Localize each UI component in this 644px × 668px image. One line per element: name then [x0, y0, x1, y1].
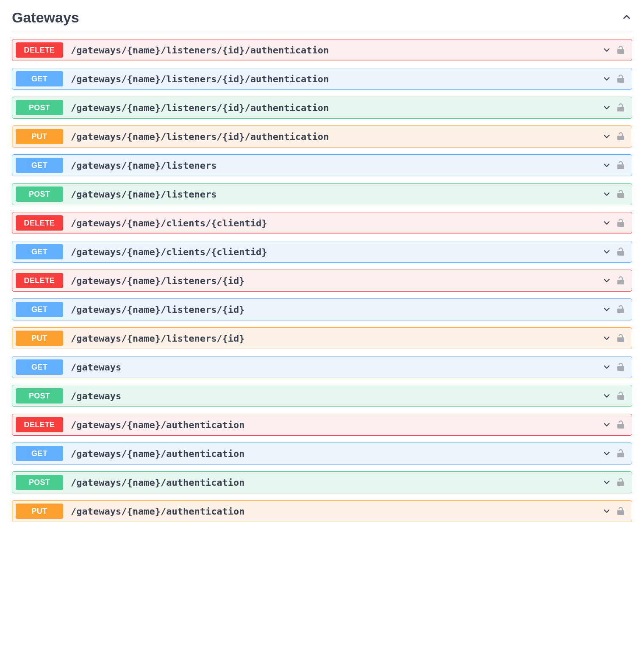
endpoint-row[interactable]: POST/gateways/{name}/listeners/{id}/auth…: [12, 97, 632, 119]
row-actions: [602, 506, 626, 516]
chevron-down-icon[interactable]: [602, 391, 611, 401]
endpoint-row[interactable]: POST/gateways/{name}/authentication: [12, 471, 632, 493]
method-badge: DELETE: [16, 215, 63, 231]
row-actions: [602, 189, 626, 199]
chevron-down-icon[interactable]: [602, 276, 611, 285]
lock-open-icon[interactable]: [616, 333, 626, 343]
chevron-down-icon[interactable]: [602, 247, 611, 256]
method-badge: GET: [16, 359, 63, 375]
method-badge: PUT: [16, 331, 63, 346]
endpoint-path: /gateways/{name}/listeners/{id}: [71, 333, 602, 344]
method-badge: GET: [16, 158, 63, 173]
row-actions: [602, 477, 626, 487]
lock-open-icon[interactable]: [616, 506, 626, 516]
endpoint-row[interactable]: POST/gateways/{name}/listeners: [12, 183, 632, 205]
endpoint-row[interactable]: PUT/gateways/{name}/authentication: [12, 500, 632, 522]
lock-open-icon[interactable]: [616, 218, 626, 228]
lock-open-icon[interactable]: [616, 276, 626, 286]
method-badge: DELETE: [16, 42, 63, 58]
method-badge: GET: [16, 244, 63, 259]
endpoint-path: /gateways/{name}/clients/{clientid}: [71, 218, 602, 228]
endpoint-path: /gateways/{name}/authentication: [71, 420, 602, 430]
lock-open-icon[interactable]: [616, 74, 626, 84]
lock-open-icon[interactable]: [616, 448, 626, 459]
row-actions: [602, 391, 626, 401]
endpoint-path: /gateways: [71, 391, 602, 401]
endpoint-row[interactable]: PUT/gateways/{name}/listeners/{id}: [12, 327, 632, 349]
endpoint-list: DELETE/gateways/{name}/listeners/{id}/au…: [12, 39, 632, 522]
method-badge: DELETE: [16, 273, 63, 288]
endpoint-path: /gateways/{name}/authentication: [71, 506, 602, 517]
method-badge: GET: [16, 302, 63, 317]
section-title: Gateways: [12, 9, 79, 26]
endpoint-row[interactable]: GET/gateways/{name}/clients/{clientid}: [12, 241, 632, 263]
chevron-down-icon[interactable]: [602, 189, 611, 199]
row-actions: [602, 103, 626, 113]
method-badge: POST: [16, 475, 63, 490]
endpoint-row[interactable]: GET/gateways: [12, 356, 632, 378]
lock-open-icon[interactable]: [616, 420, 626, 430]
lock-open-icon[interactable]: [616, 304, 626, 315]
endpoint-row[interactable]: GET/gateways/{name}/authentication: [12, 443, 632, 465]
row-actions: [602, 45, 626, 55]
lock-open-icon[interactable]: [616, 103, 626, 113]
chevron-down-icon[interactable]: [602, 478, 611, 487]
endpoint-path: /gateways/{name}/listeners/{id}/authenti…: [71, 74, 602, 84]
lock-open-icon[interactable]: [616, 189, 626, 199]
endpoint-row[interactable]: DELETE/gateways/{name}/clients/{clientid…: [12, 212, 632, 234]
chevron-down-icon[interactable]: [602, 103, 611, 112]
row-actions: [602, 333, 626, 343]
chevron-down-icon[interactable]: [602, 74, 611, 84]
endpoint-path: /gateways/{name}/authentication: [71, 477, 602, 488]
method-badge: POST: [16, 100, 63, 115]
chevron-down-icon[interactable]: [602, 507, 611, 516]
endpoint-path: /gateways/{name}/listeners: [71, 160, 602, 171]
chevron-down-icon[interactable]: [602, 362, 611, 372]
method-badge: PUT: [16, 504, 63, 519]
chevron-down-icon[interactable]: [602, 334, 611, 343]
lock-open-icon[interactable]: [616, 477, 626, 487]
method-badge: GET: [16, 71, 63, 86]
endpoint-path: /gateways/{name}/listeners/{id}/authenti…: [71, 45, 602, 56]
endpoint-row[interactable]: PUT/gateways/{name}/listeners/{id}/authe…: [12, 125, 632, 148]
lock-open-icon[interactable]: [616, 131, 626, 142]
row-actions: [602, 131, 626, 142]
row-actions: [602, 420, 626, 430]
endpoint-path: /gateways: [71, 362, 602, 373]
chevron-down-icon[interactable]: [602, 420, 611, 429]
section-header[interactable]: Gateways: [12, 6, 632, 31]
chevron-down-icon[interactable]: [602, 305, 611, 314]
row-actions: [602, 448, 626, 459]
endpoint-row[interactable]: POST/gateways: [12, 385, 632, 407]
endpoint-path: /gateways/{name}/listeners/{id}: [71, 276, 602, 286]
method-badge: POST: [16, 186, 63, 202]
chevron-down-icon[interactable]: [602, 449, 611, 458]
method-badge: PUT: [16, 129, 63, 144]
chevron-down-icon[interactable]: [602, 161, 611, 170]
endpoint-row[interactable]: DELETE/gateways/{name}/listeners/{id}: [12, 270, 632, 292]
lock-open-icon[interactable]: [616, 247, 626, 257]
chevron-down-icon[interactable]: [602, 218, 611, 228]
row-actions: [602, 160, 626, 170]
endpoint-row[interactable]: DELETE/gateways/{name}/authentication: [12, 414, 632, 436]
lock-open-icon[interactable]: [616, 45, 626, 55]
chevron-down-icon[interactable]: [602, 132, 611, 141]
endpoint-row[interactable]: DELETE/gateways/{name}/listeners/{id}/au…: [12, 39, 632, 61]
method-badge: DELETE: [16, 417, 63, 432]
endpoint-row[interactable]: GET/gateways/{name}/listeners: [12, 154, 632, 176]
endpoint-row[interactable]: GET/gateways/{name}/listeners/{id}/authe…: [12, 68, 632, 90]
endpoint-path: /gateways/{name}/authentication: [71, 448, 602, 459]
endpoint-row[interactable]: GET/gateways/{name}/listeners/{id}: [12, 298, 632, 320]
lock-open-icon[interactable]: [616, 391, 626, 401]
chevron-up-icon: [621, 11, 632, 24]
lock-open-icon[interactable]: [616, 362, 626, 372]
method-badge: POST: [16, 388, 63, 404]
chevron-down-icon[interactable]: [602, 45, 611, 55]
api-section-container: Gateways DELETE/gateways/{name}/listener…: [0, 0, 644, 541]
row-actions: [602, 276, 626, 286]
lock-open-icon[interactable]: [616, 160, 626, 170]
endpoint-path: /gateways/{name}/listeners: [71, 189, 602, 200]
row-actions: [602, 362, 626, 372]
row-actions: [602, 218, 626, 228]
endpoint-path: /gateways/{name}/clients/{clientid}: [71, 247, 602, 257]
